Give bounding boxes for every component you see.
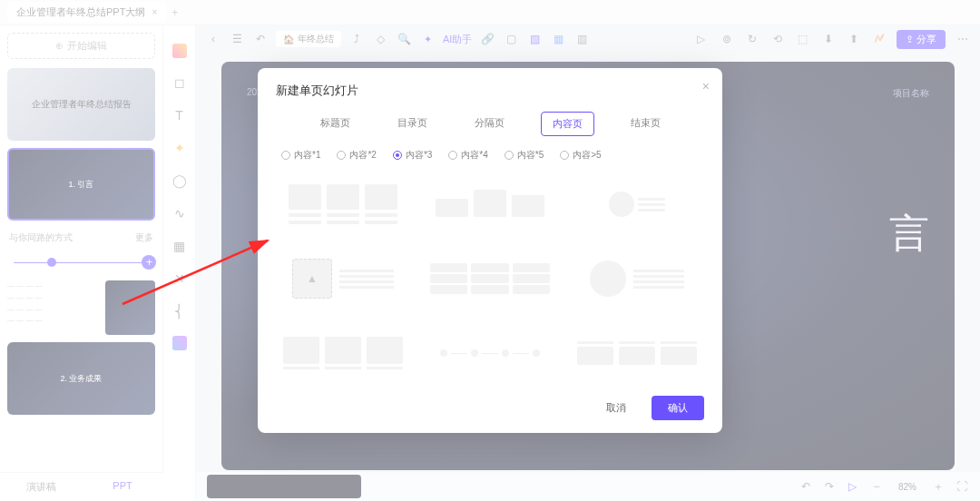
modal-close-button[interactable]: × (702, 79, 710, 93)
radio-content-5[interactable]: 内容*5 (505, 149, 544, 162)
template-option[interactable]: ▲ (276, 250, 410, 307)
template-option[interactable] (276, 176, 410, 232)
tab-divider-page[interactable]: 分隔页 (464, 112, 515, 136)
radio-content-1[interactable]: 内容*1 (281, 149, 320, 162)
template-option[interactable] (423, 250, 557, 307)
page-type-tabs: 标题页 目录页 分隔页 内容页 结束页 (276, 112, 704, 136)
template-option[interactable] (570, 176, 704, 232)
tab-toc-page[interactable]: 目录页 (387, 112, 438, 136)
new-slide-modal: 新建单页幻灯片 × 标题页 目录页 分隔页 内容页 结束页 内容*1 内容*2 … (258, 68, 722, 433)
template-grid: ▲ (276, 176, 704, 381)
tab-title-page[interactable]: 标题页 (309, 112, 361, 136)
modal-actions: 取消 确认 (276, 396, 704, 420)
tab-end-page[interactable]: 结束页 (620, 112, 671, 136)
tab-content-page[interactable]: 内容页 (541, 112, 594, 136)
template-option[interactable] (423, 325, 557, 381)
radio-icon (337, 151, 346, 160)
radio-icon (560, 151, 569, 160)
template-option[interactable] (423, 176, 557, 232)
cancel-button[interactable]: 取消 (590, 396, 642, 420)
radio-content-more[interactable]: 内容>5 (560, 149, 601, 162)
radio-icon (281, 151, 290, 160)
radio-content-4[interactable]: 内容*4 (448, 149, 487, 162)
radio-content-2[interactable]: 内容*2 (337, 149, 376, 162)
modal-overlay: 新建单页幻灯片 × 标题页 目录页 分隔页 内容页 结束页 内容*1 内容*2 … (0, 0, 980, 501)
template-option[interactable] (570, 325, 704, 381)
content-count-radios: 内容*1 内容*2 内容*3 内容*4 内容*5 内容>5 (276, 149, 704, 162)
radio-content-3[interactable]: 内容*3 (393, 149, 432, 162)
modal-title: 新建单页幻灯片 (276, 83, 704, 99)
confirm-button[interactable]: 确认 (652, 396, 704, 420)
template-option[interactable] (570, 250, 704, 307)
template-option[interactable] (276, 325, 410, 381)
radio-icon (448, 151, 457, 160)
radio-icon (393, 151, 402, 160)
radio-icon (505, 151, 514, 160)
